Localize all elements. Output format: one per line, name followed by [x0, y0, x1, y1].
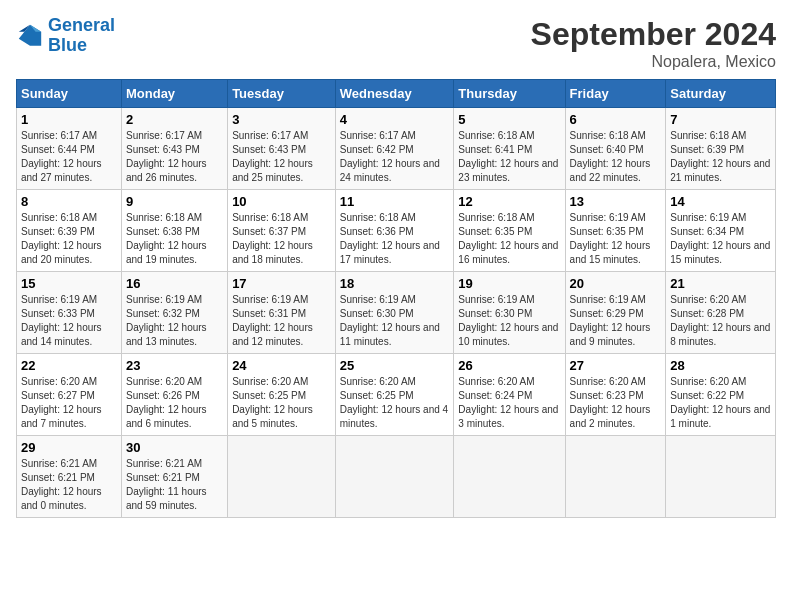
daylight-label: Daylight: 12 hours and 5 minutes.: [232, 404, 313, 429]
calendar-cell: 6 Sunrise: 6:18 AM Sunset: 6:40 PM Dayli…: [565, 108, 666, 190]
daylight-label: Daylight: 12 hours and 0 minutes.: [21, 486, 102, 511]
calendar-cell: 23 Sunrise: 6:20 AM Sunset: 6:26 PM Dayl…: [121, 354, 227, 436]
calendar-header-row: Sunday Monday Tuesday Wednesday Thursday…: [17, 80, 776, 108]
day-info: Sunrise: 6:20 AM Sunset: 6:25 PM Dayligh…: [340, 375, 450, 431]
day-info: Sunrise: 6:19 AM Sunset: 6:29 PM Dayligh…: [570, 293, 662, 349]
calendar-cell: 4 Sunrise: 6:17 AM Sunset: 6:42 PM Dayli…: [335, 108, 454, 190]
sunrise-label: Sunrise: 6:20 AM: [126, 376, 202, 387]
sunrise-label: Sunrise: 6:19 AM: [570, 294, 646, 305]
day-number: 20: [570, 276, 662, 291]
calendar-cell: [454, 436, 565, 518]
calendar-cell: 16 Sunrise: 6:19 AM Sunset: 6:32 PM Dayl…: [121, 272, 227, 354]
day-number: 24: [232, 358, 331, 373]
week-row-2: 8 Sunrise: 6:18 AM Sunset: 6:39 PM Dayli…: [17, 190, 776, 272]
calendar-subtitle: Nopalera, Mexico: [531, 53, 776, 71]
header-sunday: Sunday: [17, 80, 122, 108]
daylight-label: Daylight: 12 hours and 8 minutes.: [670, 322, 770, 347]
day-info: Sunrise: 6:18 AM Sunset: 6:40 PM Dayligh…: [570, 129, 662, 185]
sunset-label: Sunset: 6:27 PM: [21, 390, 95, 401]
day-number: 9: [126, 194, 223, 209]
sunrise-label: Sunrise: 6:18 AM: [670, 130, 746, 141]
calendar-cell: 10 Sunrise: 6:18 AM Sunset: 6:37 PM Dayl…: [228, 190, 336, 272]
day-number: 30: [126, 440, 223, 455]
sunrise-label: Sunrise: 6:21 AM: [126, 458, 202, 469]
calendar-cell: 22 Sunrise: 6:20 AM Sunset: 6:27 PM Dayl…: [17, 354, 122, 436]
daylight-label: Daylight: 12 hours and 11 minutes.: [340, 322, 440, 347]
day-info: Sunrise: 6:19 AM Sunset: 6:32 PM Dayligh…: [126, 293, 223, 349]
sunrise-label: Sunrise: 6:18 AM: [458, 130, 534, 141]
daylight-label: Daylight: 12 hours and 4 minutes.: [340, 404, 448, 429]
svg-marker-0: [19, 25, 41, 46]
sunset-label: Sunset: 6:35 PM: [458, 226, 532, 237]
calendar-cell: 24 Sunrise: 6:20 AM Sunset: 6:25 PM Dayl…: [228, 354, 336, 436]
sunrise-label: Sunrise: 6:18 AM: [570, 130, 646, 141]
sunset-label: Sunset: 6:26 PM: [126, 390, 200, 401]
day-number: 12: [458, 194, 560, 209]
header-monday: Monday: [121, 80, 227, 108]
sunrise-label: Sunrise: 6:18 AM: [340, 212, 416, 223]
calendar-cell: 11 Sunrise: 6:18 AM Sunset: 6:36 PM Dayl…: [335, 190, 454, 272]
calendar-cell: 27 Sunrise: 6:20 AM Sunset: 6:23 PM Dayl…: [565, 354, 666, 436]
sunset-label: Sunset: 6:30 PM: [340, 308, 414, 319]
sunrise-label: Sunrise: 6:20 AM: [458, 376, 534, 387]
day-number: 8: [21, 194, 117, 209]
day-number: 28: [670, 358, 771, 373]
sunset-label: Sunset: 6:39 PM: [670, 144, 744, 155]
calendar-cell: 29 Sunrise: 6:21 AM Sunset: 6:21 PM Dayl…: [17, 436, 122, 518]
day-info: Sunrise: 6:19 AM Sunset: 6:33 PM Dayligh…: [21, 293, 117, 349]
calendar-cell: 8 Sunrise: 6:18 AM Sunset: 6:39 PM Dayli…: [17, 190, 122, 272]
day-info: Sunrise: 6:20 AM Sunset: 6:26 PM Dayligh…: [126, 375, 223, 431]
sunrise-label: Sunrise: 6:19 AM: [232, 294, 308, 305]
sunrise-label: Sunrise: 6:17 AM: [126, 130, 202, 141]
day-info: Sunrise: 6:17 AM Sunset: 6:42 PM Dayligh…: [340, 129, 450, 185]
sunrise-label: Sunrise: 6:19 AM: [340, 294, 416, 305]
calendar-cell: 19 Sunrise: 6:19 AM Sunset: 6:30 PM Dayl…: [454, 272, 565, 354]
header-saturday: Saturday: [666, 80, 776, 108]
sunset-label: Sunset: 6:40 PM: [570, 144, 644, 155]
daylight-label: Daylight: 12 hours and 14 minutes.: [21, 322, 102, 347]
day-info: Sunrise: 6:17 AM Sunset: 6:43 PM Dayligh…: [126, 129, 223, 185]
sunset-label: Sunset: 6:21 PM: [21, 472, 95, 483]
sunrise-label: Sunrise: 6:21 AM: [21, 458, 97, 469]
calendar-title: September 2024: [531, 16, 776, 53]
calendar-cell: 13 Sunrise: 6:19 AM Sunset: 6:35 PM Dayl…: [565, 190, 666, 272]
sunset-label: Sunset: 6:25 PM: [232, 390, 306, 401]
day-info: Sunrise: 6:17 AM Sunset: 6:43 PM Dayligh…: [232, 129, 331, 185]
daylight-label: Daylight: 12 hours and 7 minutes.: [21, 404, 102, 429]
calendar-cell: 5 Sunrise: 6:18 AM Sunset: 6:41 PM Dayli…: [454, 108, 565, 190]
sunset-label: Sunset: 6:34 PM: [670, 226, 744, 237]
calendar-cell: 2 Sunrise: 6:17 AM Sunset: 6:43 PM Dayli…: [121, 108, 227, 190]
week-row-5: 29 Sunrise: 6:21 AM Sunset: 6:21 PM Dayl…: [17, 436, 776, 518]
calendar-cell: 25 Sunrise: 6:20 AM Sunset: 6:25 PM Dayl…: [335, 354, 454, 436]
daylight-label: Daylight: 12 hours and 15 minutes.: [670, 240, 770, 265]
daylight-label: Daylight: 12 hours and 15 minutes.: [570, 240, 651, 265]
daylight-label: Daylight: 12 hours and 1 minute.: [670, 404, 770, 429]
sunset-label: Sunset: 6:24 PM: [458, 390, 532, 401]
daylight-label: Daylight: 12 hours and 20 minutes.: [21, 240, 102, 265]
title-block: September 2024 Nopalera, Mexico: [531, 16, 776, 71]
day-number: 11: [340, 194, 450, 209]
sunrise-label: Sunrise: 6:17 AM: [21, 130, 97, 141]
day-number: 17: [232, 276, 331, 291]
sunset-label: Sunset: 6:41 PM: [458, 144, 532, 155]
sunset-label: Sunset: 6:37 PM: [232, 226, 306, 237]
calendar-cell: 17 Sunrise: 6:19 AM Sunset: 6:31 PM Dayl…: [228, 272, 336, 354]
day-info: Sunrise: 6:19 AM Sunset: 6:35 PM Dayligh…: [570, 211, 662, 267]
day-info: Sunrise: 6:20 AM Sunset: 6:23 PM Dayligh…: [570, 375, 662, 431]
day-number: 3: [232, 112, 331, 127]
day-number: 27: [570, 358, 662, 373]
daylight-label: Daylight: 12 hours and 10 minutes.: [458, 322, 558, 347]
logo-icon: [16, 22, 44, 50]
week-row-1: 1 Sunrise: 6:17 AM Sunset: 6:44 PM Dayli…: [17, 108, 776, 190]
day-number: 29: [21, 440, 117, 455]
calendar-cell: 9 Sunrise: 6:18 AM Sunset: 6:38 PM Dayli…: [121, 190, 227, 272]
day-info: Sunrise: 6:18 AM Sunset: 6:39 PM Dayligh…: [21, 211, 117, 267]
daylight-label: Daylight: 12 hours and 17 minutes.: [340, 240, 440, 265]
day-number: 10: [232, 194, 331, 209]
sunset-label: Sunset: 6:43 PM: [126, 144, 200, 155]
day-number: 13: [570, 194, 662, 209]
daylight-label: Daylight: 12 hours and 9 minutes.: [570, 322, 651, 347]
calendar-cell: 14 Sunrise: 6:19 AM Sunset: 6:34 PM Dayl…: [666, 190, 776, 272]
sunset-label: Sunset: 6:25 PM: [340, 390, 414, 401]
day-info: Sunrise: 6:21 AM Sunset: 6:21 PM Dayligh…: [126, 457, 223, 513]
